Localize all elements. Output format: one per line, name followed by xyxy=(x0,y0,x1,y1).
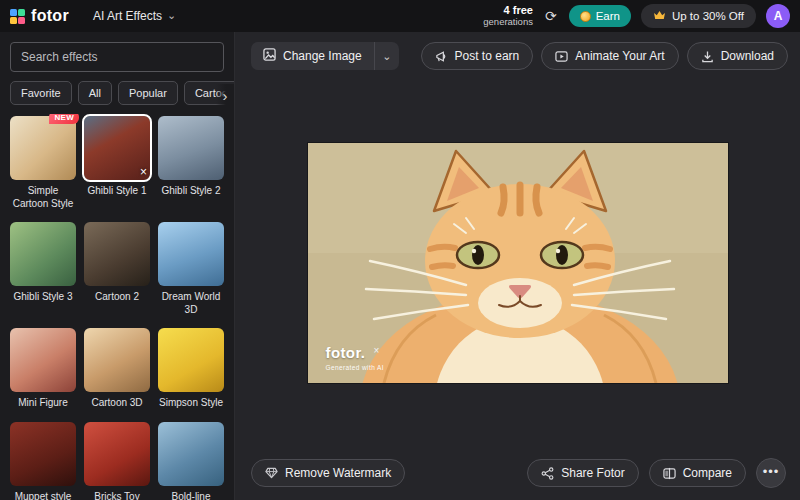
post-to-earn-label: Post to earn xyxy=(455,49,520,63)
effect-label: Cartoon 3D xyxy=(84,397,150,410)
effect-item-ghibli-style-1[interactable]: × Ghibli Style 1 xyxy=(84,116,150,210)
effect-label: Muppet style xyxy=(10,491,76,500)
change-image-dropdown-icon[interactable]: ⌄ xyxy=(375,42,399,70)
promo-button[interactable]: Up to 30% Off xyxy=(641,4,756,28)
effect-thumbnail[interactable] xyxy=(10,222,76,286)
share-fotor-button[interactable]: Share Fotor xyxy=(527,459,638,487)
effect-thumbnail-selected[interactable]: × xyxy=(84,116,150,180)
filter-chip-all[interactable]: All xyxy=(78,81,112,105)
change-image-split-button: Change Image ⌄ xyxy=(251,42,399,70)
effect-item-muppet-style[interactable]: Muppet style xyxy=(10,422,76,500)
effect-thumbnail[interactable] xyxy=(158,116,224,180)
remove-watermark-button[interactable]: Remove Watermark xyxy=(251,459,405,487)
share-icon xyxy=(541,467,554,480)
ai-art-effects-menu[interactable]: AI Art Effects ⌄ xyxy=(93,9,176,23)
effect-item-dream-world-3d[interactable]: Dream World 3D xyxy=(158,222,224,316)
topbar: fotor AI Art Effects ⌄ 4 free generation… xyxy=(0,0,800,32)
new-badge: NEW xyxy=(49,114,79,124)
effect-thumbnail[interactable]: NEW xyxy=(10,116,76,180)
fotor-app: fotor AI Art Effects ⌄ 4 free generation… xyxy=(0,0,800,500)
effect-thumbnail[interactable] xyxy=(84,328,150,392)
deselect-icon[interactable]: × xyxy=(140,166,147,178)
download-label: Download xyxy=(721,49,774,63)
watermark-brand: fotor. xyxy=(326,345,366,362)
download-button[interactable]: Download xyxy=(687,42,788,70)
compare-button[interactable]: Compare xyxy=(649,459,746,487)
generations-label: generations xyxy=(483,17,533,28)
fotor-watermark: fotor. × Generated with AI xyxy=(326,345,384,371)
effect-item-mini-figure[interactable]: Mini Figure xyxy=(10,328,76,410)
effects-grid: NEW Simple Cartoon Style × Ghibli Style … xyxy=(0,114,234,500)
generations-counter: 4 free generations xyxy=(483,4,533,28)
canvas-footer: Remove Watermark Share Fotor Compare ••• xyxy=(235,450,800,500)
effect-thumbnail[interactable] xyxy=(158,222,224,286)
filter-chip-favorite[interactable]: Favorite xyxy=(10,81,72,105)
effect-label: Bricks Toy xyxy=(84,491,150,500)
fotor-logo-text: fotor xyxy=(31,7,69,25)
change-image-label: Change Image xyxy=(283,49,362,63)
share-fotor-label: Share Fotor xyxy=(561,466,624,480)
refresh-icon[interactable]: ⟳ xyxy=(543,8,559,24)
search-input[interactable] xyxy=(10,42,224,72)
animate-your-art-label: Animate Your Art xyxy=(575,49,664,63)
effect-label: Ghibli Style 2 xyxy=(158,185,224,198)
crown-icon xyxy=(653,10,666,23)
effect-label: Ghibli Style 3 xyxy=(10,291,76,304)
effect-item-simpson-style[interactable]: Simpson Style xyxy=(158,328,224,410)
download-icon xyxy=(701,50,714,63)
stage: fotor. × Generated with AI xyxy=(235,76,800,450)
effect-item-cartoon-3d[interactable]: Cartoon 3D xyxy=(84,328,150,410)
diamond-icon xyxy=(265,467,278,479)
compare-label: Compare xyxy=(683,466,732,480)
effect-thumbnail[interactable] xyxy=(10,328,76,392)
effect-thumbnail[interactable] xyxy=(84,222,150,286)
effect-label: Cartoon 2 xyxy=(84,291,150,304)
effect-thumbnail[interactable] xyxy=(158,328,224,392)
effect-item-simple-cartoon-style[interactable]: NEW Simple Cartoon Style xyxy=(10,116,76,210)
remove-watermark-label: Remove Watermark xyxy=(285,466,391,480)
effect-label: Dream World 3D xyxy=(158,291,224,316)
megaphone-icon xyxy=(435,50,448,63)
post-to-earn-button[interactable]: Post to earn xyxy=(421,42,534,70)
effect-item-cartoon-2[interactable]: Cartoon 2 xyxy=(84,222,150,316)
watermark-subtext: Generated with AI xyxy=(326,364,384,371)
change-image-button[interactable]: Change Image xyxy=(251,42,375,70)
ai-art-effects-label: AI Art Effects xyxy=(93,9,162,23)
filter-chip-popular[interactable]: Popular xyxy=(118,81,178,105)
effect-thumbnail[interactable] xyxy=(10,422,76,486)
effect-item-bricks-toy[interactable]: Bricks Toy xyxy=(84,422,150,500)
earn-label: Earn xyxy=(596,10,620,22)
chips-scroll-arrow-icon[interactable]: › xyxy=(216,84,234,106)
chevron-down-icon: ⌄ xyxy=(167,10,176,21)
avatar[interactable]: A xyxy=(766,4,790,28)
canvas-area: Change Image ⌄ Post to earn Animate Your… xyxy=(235,32,800,500)
effect-item-ghibli-style-3[interactable]: Ghibli Style 3 xyxy=(10,222,76,316)
generations-count: 4 free xyxy=(483,4,533,17)
compare-icon xyxy=(663,467,676,480)
effect-label: Bold-line Cartoon xyxy=(158,491,224,500)
effect-label: Mini Figure xyxy=(10,397,76,410)
footer-actions: Share Fotor Compare ••• xyxy=(527,458,786,488)
earn-button[interactable]: Earn xyxy=(569,5,631,27)
watermark-close-icon[interactable]: × xyxy=(373,346,379,356)
play-icon xyxy=(555,50,568,63)
effect-thumbnail[interactable] xyxy=(158,422,224,486)
search-effects xyxy=(10,42,224,72)
effect-item-bold-line-cartoon[interactable]: Bold-line Cartoon xyxy=(158,422,224,500)
more-options-button[interactable]: ••• xyxy=(756,458,786,488)
promo-label: Up to 30% Off xyxy=(672,10,744,22)
effect-label: Ghibli Style 1 xyxy=(84,185,150,198)
effects-sidebar: Favorite All Popular Cartoon Acti › NEW … xyxy=(0,32,235,500)
image-icon xyxy=(263,48,276,64)
coin-icon xyxy=(580,11,591,22)
filter-chips: Favorite All Popular Cartoon Acti › xyxy=(0,80,234,114)
fotor-logo[interactable]: fotor xyxy=(10,7,69,25)
effect-item-ghibli-style-2[interactable]: Ghibli Style 2 xyxy=(158,116,224,210)
effect-thumbnail[interactable] xyxy=(84,422,150,486)
effect-label: Simple Cartoon Style xyxy=(10,185,76,210)
animate-your-art-button[interactable]: Animate Your Art xyxy=(541,42,678,70)
effect-label: Simpson Style xyxy=(158,397,224,410)
fotor-logo-icon xyxy=(10,9,25,24)
canvas-toolbar: Change Image ⌄ Post to earn Animate Your… xyxy=(235,32,800,76)
generated-image: fotor. × Generated with AI xyxy=(308,143,728,383)
